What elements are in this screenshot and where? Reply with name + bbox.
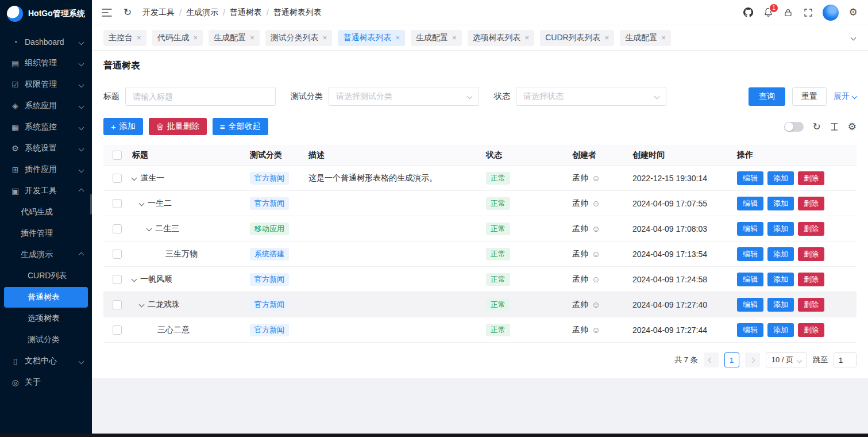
- row-checkbox[interactable]: [113, 325, 122, 335]
- add-button[interactable]: + 添加: [103, 118, 143, 135]
- row-add-button[interactable]: 添加: [767, 171, 794, 185]
- delete-button[interactable]: 删除: [798, 171, 824, 185]
- table-refresh-icon[interactable]: ↻: [813, 122, 821, 132]
- tab-test-category-list[interactable]: 测试分类列表 ×: [265, 30, 333, 46]
- row-checkbox[interactable]: [113, 174, 122, 183]
- row-checkbox[interactable]: [113, 224, 122, 233]
- lock-icon[interactable]: [782, 7, 794, 18]
- density-icon[interactable]: [830, 122, 839, 131]
- edit-button[interactable]: 编辑: [737, 273, 763, 286]
- tab-console[interactable]: 主控台 ×: [103, 30, 146, 46]
- sidebar-item-docs[interactable]: ▯ 文档中心: [4, 351, 88, 371]
- close-icon[interactable]: ×: [605, 34, 609, 41]
- breadcrumb-item[interactable]: 开发工具: [142, 7, 175, 18]
- row-checkbox[interactable]: [113, 300, 122, 309]
- sidebar-item-plugins[interactable]: ⊞ 插件应用: [4, 159, 88, 180]
- sidebar-item-curd-list[interactable]: CURD列表: [4, 266, 88, 286]
- row-checkbox[interactable]: [113, 250, 122, 259]
- expand-filters-toggle[interactable]: 展开: [834, 91, 857, 102]
- close-icon[interactable]: ×: [661, 34, 666, 41]
- category-filter-select[interactable]: 请选择测试分类: [329, 87, 479, 106]
- sidebar-item-monitor[interactable]: ▦ 系统监控: [4, 117, 88, 137]
- row-add-button[interactable]: 添加: [767, 323, 794, 337]
- page-size-select[interactable]: 10 / 页: [766, 352, 807, 367]
- sidebar-item-permission[interactable]: ☑ 权限管理: [4, 74, 88, 95]
- row-add-button[interactable]: 添加: [767, 197, 794, 210]
- creator-avatar-icon[interactable]: ☺: [592, 250, 600, 258]
- creator-avatar-icon[interactable]: ☺: [592, 275, 600, 283]
- close-icon[interactable]: ×: [194, 34, 198, 41]
- user-avatar[interactable]: [823, 5, 839, 21]
- delete-button[interactable]: 删除: [798, 298, 824, 312]
- notifications-button[interactable]: 1: [762, 7, 774, 18]
- next-page-button[interactable]: [745, 352, 760, 367]
- close-icon[interactable]: ×: [137, 34, 141, 41]
- edit-button[interactable]: 编辑: [737, 323, 763, 337]
- sidebar-item-settings[interactable]: ⚙ 系统设置: [4, 138, 88, 159]
- edit-button[interactable]: 编辑: [737, 247, 763, 261]
- app-logo[interactable]: HotGo管理系统: [0, 0, 92, 28]
- row-checkbox[interactable]: [113, 199, 122, 208]
- row-checkbox[interactable]: [113, 275, 122, 284]
- sidebar-item-dev-tools[interactable]: ▣ 开发工具: [4, 181, 88, 201]
- tab-option-tree-list[interactable]: 选项树表列表 ×: [468, 30, 535, 46]
- close-icon[interactable]: ×: [525, 34, 530, 41]
- delete-button[interactable]: 删除: [798, 197, 824, 210]
- row-add-button[interactable]: 添加: [767, 222, 794, 236]
- delete-button[interactable]: 删除: [798, 222, 824, 236]
- sidebar-item-normal-tree[interactable]: 普通树表: [4, 287, 88, 308]
- tab-gen-config-1[interactable]: 生成配置 ×: [209, 30, 260, 46]
- creator-avatar-icon[interactable]: ☺: [592, 325, 600, 334]
- sidebar-item-org[interactable]: ▤ 组织管理: [4, 53, 88, 74]
- expand-row-icon[interactable]: [132, 277, 137, 282]
- jump-page-input[interactable]: [834, 352, 857, 367]
- edit-button[interactable]: 编辑: [737, 298, 763, 312]
- row-add-button[interactable]: 添加: [767, 247, 794, 261]
- close-icon[interactable]: ×: [323, 34, 327, 41]
- expand-row-icon[interactable]: [132, 175, 137, 181]
- edit-button[interactable]: 编辑: [737, 197, 763, 210]
- breadcrumb-item[interactable]: 普通树表: [230, 7, 262, 18]
- sidebar-collapse-icon[interactable]: [101, 7, 113, 18]
- delete-button[interactable]: 删除: [798, 323, 824, 337]
- delete-button[interactable]: 删除: [798, 247, 824, 261]
- github-icon[interactable]: [742, 7, 754, 18]
- edit-button[interactable]: 编辑: [737, 171, 763, 185]
- search-button[interactable]: 查询: [749, 87, 785, 106]
- sidebar-item-plugin-manage[interactable]: 插件管理: [4, 223, 88, 244]
- tab-normal-tree-list[interactable]: 普通树表列表 ×: [338, 30, 405, 46]
- expand-row-icon[interactable]: [146, 226, 152, 232]
- sidebar-item-dashboard[interactable]: ◔ Dashboard: [4, 32, 88, 52]
- edit-button[interactable]: 编辑: [737, 222, 763, 236]
- refresh-icon[interactable]: ↻: [122, 7, 133, 18]
- page-number-button[interactable]: 1: [724, 352, 739, 367]
- prev-page-button[interactable]: [704, 352, 719, 367]
- tabs-dropdown-button[interactable]: [845, 30, 861, 46]
- tab-gen-config-3[interactable]: 生成配置 ×: [620, 30, 671, 46]
- close-icon[interactable]: ×: [452, 34, 457, 41]
- breadcrumb-item[interactable]: 普通树表列表: [273, 7, 322, 18]
- title-filter-input[interactable]: [125, 87, 276, 106]
- tab-code-gen[interactable]: 代码生成 ×: [152, 30, 203, 46]
- sidebar-item-about[interactable]: ◎ 关于: [4, 372, 88, 393]
- breadcrumb-item[interactable]: 生成演示: [186, 7, 218, 18]
- sidebar-item-gen-demo[interactable]: 生成演示: [4, 244, 88, 265]
- close-icon[interactable]: ×: [395, 34, 400, 41]
- sidebar-item-test-category[interactable]: 测试分类: [4, 329, 88, 350]
- row-add-button[interactable]: 添加: [767, 273, 794, 286]
- reset-button[interactable]: 重置: [792, 87, 827, 106]
- settings-gear-icon[interactable]: ⚙: [847, 7, 859, 18]
- expand-row-icon[interactable]: [139, 302, 145, 308]
- fullscreen-icon[interactable]: [803, 7, 814, 18]
- batch-delete-button[interactable]: 批量删除: [149, 118, 207, 135]
- creator-avatar-icon[interactable]: ☺: [592, 300, 600, 309]
- sidebar-item-system-app[interactable]: ◈ 系统应用: [4, 95, 88, 116]
- row-add-button[interactable]: 添加: [767, 298, 794, 312]
- sidebar-item-option-tree[interactable]: 选项树表: [4, 308, 88, 329]
- sidebar-item-code-gen[interactable]: 代码生成: [4, 202, 88, 223]
- table-striped-toggle[interactable]: [784, 122, 804, 132]
- status-filter-select[interactable]: 请选择状态: [516, 87, 666, 106]
- creator-avatar-icon[interactable]: ☺: [592, 224, 600, 233]
- creator-avatar-icon[interactable]: ☺: [592, 199, 600, 208]
- tab-cudr-list[interactable]: CUDR列表列表 ×: [540, 30, 614, 46]
